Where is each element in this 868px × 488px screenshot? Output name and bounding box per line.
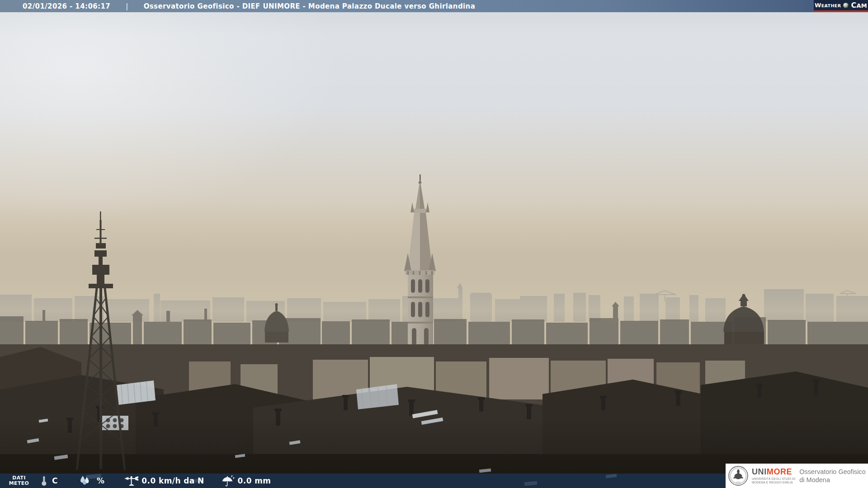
rain-value: 0.0 mm: [238, 476, 271, 485]
temperature-unit: C: [52, 476, 58, 485]
unimore-subtitle2: MODENA E REGGIO EMILIA: [752, 481, 795, 484]
observatory-name: Osservatorio Geofisico di Modena: [799, 468, 866, 484]
unimore-more: MORE: [767, 467, 792, 476]
unimore-seal-icon: 1175: [728, 465, 749, 486]
rain-umbrella-icon: [222, 474, 235, 487]
page-title: Osservatorio Geofisico - DIEF UNIMORE - …: [144, 2, 476, 10]
weathercam-word1: Weather: [815, 2, 841, 9]
humidity-unit: %: [97, 476, 104, 485]
rain-group: 0.0 mm: [222, 474, 271, 487]
title-bar: 02/01/2026 - 14:06:17 | Osservatorio Geo…: [0, 0, 868, 12]
unimore-wordmark: UNIMORE UNIVERSITÀ DEGLI STUDI DI MODENA…: [752, 468, 795, 484]
datetime-text: 02/01/2026 - 14:06:17: [23, 2, 110, 10]
wind-vane-icon: [123, 474, 139, 487]
webcam-page: 02/01/2026 - 14:06:17 | Osservatorio Geo…: [0, 0, 868, 488]
weathercam-logo[interactable]: Weather Cam: [814, 0, 868, 12]
unimore-uni: UNI: [752, 467, 767, 476]
titlebar-separator: |: [126, 2, 128, 10]
humidity-group: %: [79, 475, 104, 487]
camera-lens-icon: [843, 2, 849, 9]
webcam-photo-modena-skyline: [0, 0, 868, 488]
thermometer-icon: [38, 475, 50, 487]
temperature-group: C: [38, 475, 58, 487]
unimore-subtitle1: UNIVERSITÀ DEGLI STUDI DI: [752, 477, 795, 481]
meteo-label: DATI METEO: [6, 475, 32, 486]
wind-value: 0.0 km/h da N: [142, 476, 204, 485]
unimore-logo-box[interactable]: 1175 UNIMORE UNIVERSITÀ DEGLI STUDI DI M…: [726, 464, 868, 488]
weathercam-word2: Cam: [851, 1, 867, 9]
svg-text:1175: 1175: [736, 481, 741, 483]
wind-group: 0.0 km/h da N: [123, 474, 204, 487]
humidity-drops-icon: [79, 475, 92, 487]
